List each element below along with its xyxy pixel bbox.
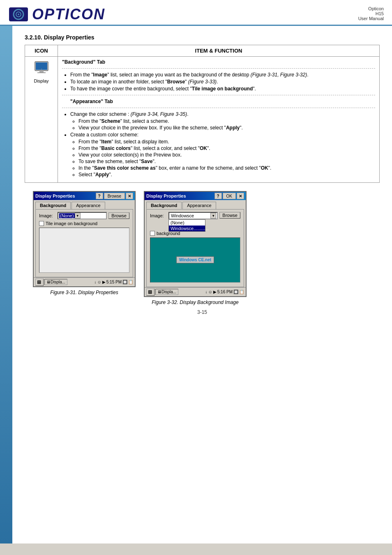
figure31-checkbox-row: Tile image on background bbox=[39, 221, 129, 226]
logo-icon bbox=[8, 4, 29, 25]
main-content: 3.2.10. Display Properties ICON ITEM & F… bbox=[12, 26, 392, 543]
figure32-select-arrow[interactable]: ▼ bbox=[210, 213, 216, 219]
figure31-start-btn[interactable]: ⊞ bbox=[35, 279, 44, 286]
figure31-checkbox-label: Tile image on background bbox=[46, 221, 97, 226]
function-cell: "Background" Tab From the "Image" list, … bbox=[58, 57, 380, 183]
figure31-clock: 5:15 PM bbox=[106, 280, 122, 284]
company-logo: OPTICON bbox=[32, 6, 105, 23]
divider1 bbox=[62, 68, 375, 69]
windowsce-logo: Windows CE.net bbox=[176, 256, 214, 263]
section-title: 3.2.10. Display Properties bbox=[25, 34, 380, 41]
figure32-ok-button[interactable]: OK bbox=[223, 193, 236, 199]
screenshots-row: Display Properties ? Browse ✕ Background… bbox=[25, 191, 380, 305]
sub-list-2: From the "Item" list, select a display i… bbox=[70, 139, 375, 177]
figure32-preview: Windows CE.net bbox=[150, 237, 240, 283]
sub-bullet-2-4: To save the scheme, select "Save". bbox=[78, 159, 375, 164]
figure31-dialog: Display Properties ? Browse ✕ Background… bbox=[33, 191, 136, 287]
close-button[interactable]: ✕ bbox=[126, 193, 133, 199]
appearance-tab-header-bullet: "Appearance" Tab bbox=[62, 99, 375, 104]
background-bullets: From the "Image" list, select an image y… bbox=[62, 72, 375, 92]
sub-list-1: From the "Scheme" list, select a scheme.… bbox=[70, 118, 375, 131]
page-header: OPTICON Opticon H15 User Manual bbox=[0, 0, 392, 26]
tab-background-32[interactable]: Background bbox=[146, 202, 182, 209]
document-info: Opticon H15 User Manual bbox=[358, 4, 384, 21]
figure32-checkbox[interactable] bbox=[150, 231, 155, 236]
appearance-tab-header: "Appearance" Tab bbox=[70, 99, 375, 104]
figure32-clock: 5:16 PM bbox=[217, 290, 233, 294]
figure31-select-arrow[interactable]: ▼ bbox=[75, 213, 81, 219]
svg-point-8 bbox=[41, 69, 42, 69]
figure31-select-value: (None) bbox=[59, 213, 75, 218]
display-monitor-icon bbox=[33, 59, 50, 76]
figure31-browse-btn[interactable]: Browse bbox=[108, 212, 129, 219]
background-bullet-3: To have the image cover the entire backg… bbox=[70, 86, 375, 92]
tab-appearance-31[interactable]: Appearance bbox=[71, 202, 105, 209]
ok-button[interactable]: Browse bbox=[104, 193, 125, 199]
figure31-body: Image: (None) ▼ Browse Tile i bbox=[35, 209, 133, 277]
figure32-wrapper: Display Properties ? OK ✕ Background App… bbox=[144, 191, 247, 305]
figure31-image-label: Image: bbox=[39, 213, 58, 218]
col-function-header: ITEM & FUNCTION bbox=[58, 45, 380, 57]
dropdown-item-none[interactable]: (None) bbox=[169, 220, 205, 226]
sub-bullet-2-6: Select "Apply". bbox=[78, 172, 375, 177]
figure32-buttons: ? OK ✕ bbox=[214, 193, 244, 199]
icon-label: Display bbox=[29, 78, 53, 83]
figure31-titlebar: Display Properties ? Browse ✕ bbox=[34, 192, 135, 200]
figure32-tabs: Background Appearance bbox=[145, 200, 246, 209]
figure31-image-row: Image: (None) ▼ Browse bbox=[39, 212, 129, 219]
figure32-body: Image: Windowsce ▼ (None) bbox=[146, 209, 244, 287]
svg-rect-7 bbox=[37, 72, 46, 73]
figure32-taskbar-displa[interactable]: 🖥Displa... bbox=[155, 289, 178, 295]
page-layout: 3.2.10. Display Properties ICON ITEM & F… bbox=[0, 26, 392, 543]
appearance-bullets: Change the color scheme : (Figure 3-34, … bbox=[62, 111, 375, 177]
sub-bullet-2-2: From the "Basic colors" list, select a c… bbox=[78, 145, 375, 151]
figure31-checkbox[interactable] bbox=[39, 221, 44, 226]
sub-bullet-1-2: View your choice in the preview box. If … bbox=[78, 125, 375, 131]
divider2 bbox=[62, 95, 375, 95]
figure32-dropdown: (None) Windowsce............ bbox=[168, 219, 205, 232]
dropdown-item-windowsce[interactable]: Windowsce............ bbox=[169, 226, 205, 231]
background-bullet-2: To locate an image in another folder, se… bbox=[70, 79, 375, 85]
figure31-title: Display Properties bbox=[35, 193, 75, 198]
figure31-taskbar-displa[interactable]: 🖥Displa... bbox=[44, 279, 67, 285]
figure32-taskbar: ⊞ 🖥Displa... ↓☺▶ 5:16 PM 🔲📋 bbox=[145, 287, 246, 296]
figure32-help-button[interactable]: ? bbox=[214, 193, 222, 199]
svg-rect-6 bbox=[39, 71, 44, 72]
svg-point-3 bbox=[18, 14, 19, 15]
appearance-bullet-2: Create a custom color scheme: From the "… bbox=[70, 132, 375, 177]
figure31-preview bbox=[39, 228, 129, 273]
help-button[interactable]: ? bbox=[96, 193, 103, 199]
background-tab-header: "Background" Tab bbox=[62, 59, 375, 65]
divider3 bbox=[62, 108, 375, 108]
background-bullet-1: From the "Image" list, select an image y… bbox=[70, 72, 375, 78]
page-footer: 3-15 bbox=[25, 305, 380, 319]
tab-appearance-32[interactable]: Appearance bbox=[182, 202, 216, 209]
figure32-caption: Figure 3-32. Display Background Image bbox=[152, 299, 238, 305]
figure32-image-label: Image: bbox=[150, 213, 168, 218]
figure31-taskbar-right: ↓☺▶ 5:15 PM 🔲📋 bbox=[95, 280, 133, 284]
figure32-title: Display Properties bbox=[146, 193, 186, 198]
tab-background-31[interactable]: Background bbox=[35, 202, 71, 209]
figure32-select-value: Windowsce bbox=[170, 213, 210, 218]
icon-cell: Display bbox=[25, 57, 58, 183]
logo-area: OPTICON bbox=[8, 4, 105, 25]
figure31-taskbar: ⊞ 🖥Displa... ↓☺▶ 5:15 PM 🔲📋 bbox=[34, 277, 135, 286]
figure31-image-select[interactable]: (None) ▼ bbox=[58, 212, 107, 219]
figure32-browse-btn[interactable]: Browse bbox=[219, 212, 240, 219]
figure32-dialog: Display Properties ? OK ✕ Background App… bbox=[144, 191, 247, 297]
figure32-image-select[interactable]: Windowsce ▼ bbox=[168, 212, 218, 219]
sub-bullet-2-5: In the "Save this color scheme as" box, … bbox=[78, 165, 375, 171]
figure31-buttons: ? Browse ✕ bbox=[96, 193, 133, 199]
figure32-start-btn[interactable]: ⊞ bbox=[146, 288, 154, 296]
figure32-close-button[interactable]: ✕ bbox=[237, 193, 244, 199]
content-table: ICON ITEM & FUNCTION Display bbox=[25, 45, 380, 183]
sub-bullet-2-3: View your color selection(s) in the Prev… bbox=[78, 152, 375, 158]
appearance-bullet-1: Change the color scheme : (Figure 3-34, … bbox=[70, 111, 375, 131]
table-row-display: Display "Background" Tab From the "Image… bbox=[25, 57, 380, 183]
figure31-caption: Figure 3-31. Display Properties bbox=[50, 290, 118, 295]
sub-bullet-1-1: From the "Scheme" list, select a scheme. bbox=[78, 118, 375, 124]
sub-bullet-2-1: From the "Item" list, select a display i… bbox=[78, 139, 375, 145]
figure32-image-row: Image: Windowsce ▼ (None) bbox=[150, 212, 240, 219]
figure32-titlebar: Display Properties ? OK ✕ bbox=[145, 192, 246, 200]
left-sidebar bbox=[0, 26, 12, 543]
